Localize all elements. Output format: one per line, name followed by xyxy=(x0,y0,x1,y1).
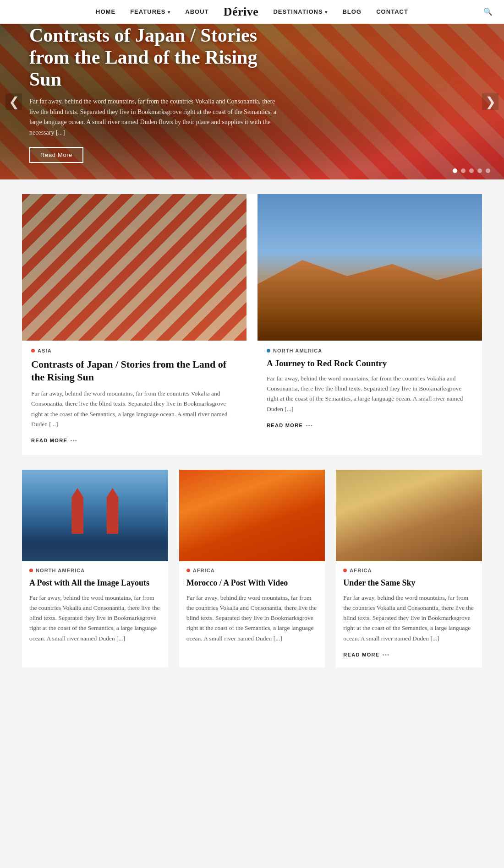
featured-card-body-japan: ASIA Contrasts of Japan / Stories from t… xyxy=(22,341,247,455)
featured-excerpt-redrock: Far far away, behind the word mountains,… xyxy=(267,374,473,414)
featured-title-japan: Contrasts of Japan / Stories from the La… xyxy=(31,358,237,383)
hero-excerpt: Far far away, behind the word mountains,… xyxy=(29,97,286,138)
hero-prev-button[interactable]: ❮ xyxy=(5,93,22,110)
small-card-body-samesky: AFRICA Under the Same Sky Far far away, … xyxy=(336,561,482,667)
category-dot-red-3 xyxy=(186,569,190,572)
category-dot-red-4 xyxy=(343,569,347,572)
small-card-image-morocco xyxy=(179,470,325,561)
destinations-arrow: ▾ xyxy=(325,10,328,15)
category-dot-red xyxy=(31,349,35,353)
main-nav: HOME FEATURES ▾ ABOUT Dérive DESTINATION… xyxy=(0,0,504,24)
nav-features[interactable]: FEATURES ▾ xyxy=(130,8,170,15)
small-card-image-goldengate xyxy=(22,470,168,561)
search-icon[interactable]: 🔍 xyxy=(483,7,493,16)
category-north-america-2: NORTH AMERICA xyxy=(29,568,161,573)
category-label-north-america: NORTH AMERICA xyxy=(273,348,322,353)
featured-read-more-japan[interactable]: READ MORE ••• xyxy=(31,438,77,443)
category-label-na2: NORTH AMERICA xyxy=(36,568,85,573)
category-north-america: NORTH AMERICA xyxy=(267,348,473,353)
featured-card-body-redrock: NORTH AMERICA A Journey to Red Rock Coun… xyxy=(257,341,482,440)
hero-dot-3[interactable] xyxy=(469,168,474,173)
small-cards-row: NORTH AMERICA A Post with All the Image … xyxy=(22,470,482,667)
hero-content: Contrasts of Japan / Stories from the La… xyxy=(0,24,321,179)
category-dot-blue xyxy=(267,349,270,353)
hero-dot-4[interactable] xyxy=(477,168,482,173)
featured-image-japan xyxy=(22,194,247,341)
hero-section: ❮ ❯ Contrasts of Japan / Stories from th… xyxy=(0,24,504,179)
small-card-title-samesky: Under the Same Sky xyxy=(343,578,475,588)
small-card-title-goldengate: A Post with All the Image Layouts xyxy=(29,578,161,588)
category-africa: AFRICA xyxy=(186,568,318,573)
small-card-title-morocco: Morocco / A Post With Video xyxy=(186,578,318,588)
featured-image-redrock xyxy=(257,194,482,341)
nav-contact[interactable]: CONTACT xyxy=(376,8,408,15)
small-card-body-morocco: AFRICA Morocco / A Post With Video Far f… xyxy=(179,561,325,659)
hero-dots xyxy=(453,168,490,173)
main-content: ASIA Contrasts of Japan / Stories from t… xyxy=(0,179,504,689)
small-card-excerpt-samesky: Far far away, behind the word mountains,… xyxy=(343,593,475,644)
nav-destinations[interactable]: DESTINATIONS ▾ xyxy=(273,8,328,15)
category-label-africa-2: AFRICA xyxy=(350,568,372,573)
nav-blog[interactable]: BLOG xyxy=(342,8,362,15)
featured-title-redrock: A Journey to Red Rock Country xyxy=(267,358,473,369)
category-asia: ASIA xyxy=(31,348,237,353)
featured-card-redrock: NORTH AMERICA A Journey to Red Rock Coun… xyxy=(257,194,482,455)
small-card-excerpt-morocco: Far far away, behind the word mountains,… xyxy=(186,593,318,644)
category-africa-2: AFRICA xyxy=(343,568,475,573)
small-card-goldengate: NORTH AMERICA A Post with All the Image … xyxy=(22,470,168,667)
category-label-asia: ASIA xyxy=(38,348,52,353)
hero-title: Contrasts of Japan / Stories from the La… xyxy=(29,24,291,91)
features-arrow: ▾ xyxy=(168,10,170,15)
small-card-samesky: AFRICA Under the Same Sky Far far away, … xyxy=(336,470,482,667)
featured-row: ASIA Contrasts of Japan / Stories from t… xyxy=(22,194,482,455)
nav-home[interactable]: HOME xyxy=(96,8,115,15)
featured-read-more-redrock[interactable]: READ MORE ••• xyxy=(267,423,313,428)
hero-dot-1[interactable] xyxy=(453,168,457,173)
small-card-morocco: AFRICA Morocco / A Post With Video Far f… xyxy=(179,470,325,667)
category-label-africa: AFRICA xyxy=(193,568,215,573)
small-card-body-goldengate: NORTH AMERICA A Post with All the Image … xyxy=(22,561,168,659)
featured-excerpt-japan: Far far away, behind the word mountains,… xyxy=(31,389,237,429)
site-logo[interactable]: Dérive xyxy=(224,5,259,19)
nav-about[interactable]: ABOUT xyxy=(185,8,208,15)
hero-dot-2[interactable] xyxy=(461,168,466,173)
small-card-excerpt-goldengate: Far far away, behind the word mountains,… xyxy=(29,593,161,644)
category-dot-red-2 xyxy=(29,569,33,572)
featured-card-japan: ASIA Contrasts of Japan / Stories from t… xyxy=(22,194,247,455)
hero-next-button[interactable]: ❯ xyxy=(482,93,499,110)
small-card-read-more-samesky[interactable]: READ MORE ••• xyxy=(343,652,389,657)
hero-read-more-button[interactable]: Read More xyxy=(29,147,83,163)
hero-dot-5[interactable] xyxy=(486,168,490,173)
small-card-image-samesky xyxy=(336,470,482,561)
